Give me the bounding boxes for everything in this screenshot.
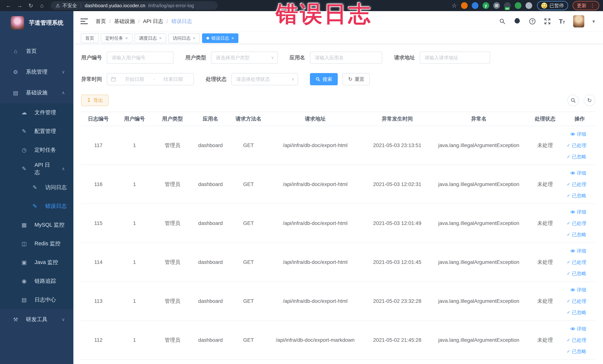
user-id-input[interactable] (107, 52, 174, 64)
request-url-label: 请求地址 (394, 54, 415, 61)
detail-link[interactable]: 详细 (570, 170, 586, 176)
extension-orange-icon[interactable] (461, 2, 468, 9)
breadcrumb-item[interactable]: 基础设施 (114, 18, 135, 25)
app-name-input[interactable] (310, 52, 382, 64)
sidebar-item-error-log[interactable]: ✎错误日志 (0, 197, 73, 215)
sidebar-item-system-management[interactable]: ⚙系统管理∨ (0, 61, 73, 82)
detail-link[interactable]: 详细 (570, 326, 586, 332)
forward-icon[interactable]: → (15, 1, 24, 10)
menu-fold-icon[interactable] (81, 19, 88, 24)
close-tab-icon[interactable]: × (231, 35, 234, 41)
extension-on-badge-icon[interactable]: on (504, 2, 511, 9)
extension-plant-icon[interactable] (515, 2, 522, 9)
mark-ignored-link[interactable]: ✓已忽略 (567, 309, 586, 316)
sidebar-item-scheduled-tasks[interactable]: ◷定时任务 (0, 141, 73, 159)
sidebar-item-mysql-monitor[interactable]: ▦MySQL 监控 (0, 215, 73, 234)
browser-update-button[interactable]: 更新 ⋮ (573, 1, 599, 10)
cell-log_id: 116 (81, 181, 116, 187)
mark-ignored-link[interactable]: ✓已忽略 (567, 192, 586, 199)
mark-processed-link[interactable]: ✓已处理 (567, 259, 586, 266)
sidebar-item-redis-monitor[interactable]: ◫Redis 监控 (0, 234, 73, 253)
detail-link[interactable]: 详细 (570, 209, 586, 215)
process-status-select[interactable] (231, 73, 298, 85)
reload-icon[interactable]: ↻ (26, 1, 35, 10)
cell-exception_name: java.lang.IllegalArgumentException (431, 298, 526, 304)
user-avatar[interactable] (573, 15, 584, 27)
sidebar-item-access-log[interactable]: ✎访问日志 (0, 178, 73, 197)
font-size-icon[interactable]: TT (559, 18, 565, 24)
cell-status: 未处理 (526, 337, 564, 344)
refresh-table-button[interactable]: ↻ (584, 94, 595, 106)
sidebar-item-trace[interactable]: ◉链路追踪 (0, 272, 73, 290)
mark-processed-link[interactable]: ✓已处理 (567, 337, 586, 343)
extension-puzzle-icon[interactable] (525, 2, 532, 9)
reset-button[interactable]: ↻ 重置 (343, 73, 370, 85)
mark-processed-link[interactable]: ✓已处理 (567, 181, 586, 188)
extension-shield-icon[interactable] (472, 2, 478, 9)
sidebar-item-log-center[interactable]: ▤日志中心 (0, 290, 73, 309)
breadcrumb: 首页/基础设施/API 日志/错误日志 (96, 18, 192, 25)
detail-link[interactable]: 详细 (570, 248, 586, 254)
paused-extension-badge[interactable]: 已暂停 (537, 1, 568, 10)
tab-schedule-log[interactable]: 调度日志× (135, 33, 166, 43)
tab-scheduled-tasks[interactable]: 定时任务× (101, 33, 132, 43)
close-tab-icon[interactable]: × (159, 35, 162, 41)
cell-user_id: 1 (116, 220, 153, 226)
sidebar-item-infrastructure[interactable]: ▤基础设施∧ (0, 82, 73, 103)
error-log-table: 日志编号用户编号用户类型应用名请求方法名请求地址异常发生时间异常名处理状态操作 … (81, 112, 595, 360)
cell-user_id: 1 (116, 298, 153, 304)
app-logo[interactable]: 芋道管理系统 (0, 11, 73, 35)
mark-ignored-link[interactable]: ✓已忽略 (567, 153, 586, 160)
cell-log_id: 117 (81, 142, 116, 148)
chevron-up-icon: ∧ (61, 90, 65, 95)
cell-request_url: /api/infra/db-doc/export-html (267, 259, 363, 265)
cell-request_url: /api/infra/db-doc/export-markdown (267, 337, 363, 343)
date-range-picker[interactable]: 开始日期 - 结束日期 (107, 73, 194, 85)
breadcrumb-item[interactable]: API 日志 (143, 18, 163, 25)
address-bar[interactable]: ⚠ 不安全 dashboard.yudao.iocoder.cn/infra/l… (51, 1, 218, 10)
sidebar-item-dev-tools[interactable]: ⚒研发工具∨ (0, 309, 73, 330)
mark-processed-link[interactable]: ✓已处理 (567, 142, 586, 149)
mark-processed-link[interactable]: ✓已处理 (567, 298, 586, 305)
calendar-icon (111, 77, 116, 82)
search-icon[interactable] (499, 18, 506, 24)
gear-icon: ⚙ (12, 69, 19, 75)
request-url-input[interactable] (420, 52, 490, 64)
close-tab-icon[interactable]: × (125, 35, 128, 41)
sidebar-item-api-log[interactable]: ✎API 日志∧ (0, 159, 73, 178)
home-icon[interactable]: ⌂ (37, 1, 47, 10)
user-type-select[interactable] (211, 52, 278, 64)
breadcrumb-item[interactable]: 首页 (96, 18, 106, 25)
detail-link[interactable]: 详细 (570, 131, 586, 137)
sidebar-item-config-management[interactable]: ✎配置管理 (0, 122, 73, 141)
close-tab-icon[interactable]: × (193, 35, 195, 41)
detail-link[interactable]: 详细 (570, 287, 586, 293)
extension-grid-icon[interactable]: ⊞ (493, 2, 500, 9)
tab-access-log[interactable]: 访问日志× (168, 33, 200, 43)
fullscreen-icon[interactable] (544, 18, 551, 25)
tab-error-log[interactable]: 错误日志× (202, 33, 238, 43)
edit-icon: ✎ (20, 128, 28, 134)
back-icon[interactable]: ← (4, 1, 13, 10)
sidebar-item-java-monitor[interactable]: ▣Java 监控 (0, 253, 73, 272)
cell-user_type: 管理员 (153, 259, 191, 266)
tab-home[interactable]: 首页 (81, 33, 99, 43)
mark-processed-link[interactable]: ✓已处理 (567, 220, 586, 227)
mysql-icon: ▦ (20, 222, 28, 228)
toggle-search-button[interactable] (568, 94, 579, 106)
sidebar-item-file-management[interactable]: ☁文件管理 (0, 103, 73, 122)
export-button[interactable]: ↧ 导出 (81, 94, 108, 106)
eye-icon (570, 287, 575, 292)
help-icon[interactable]: ? (529, 18, 536, 25)
chevron-down-icon[interactable]: ▾ (592, 19, 595, 24)
infra-icon: ▤ (12, 90, 19, 96)
kebab-menu-icon[interactable]: ⋮ (590, 3, 595, 9)
search-button[interactable]: 搜索 (310, 73, 338, 85)
extension-green-y-icon[interactable]: y (483, 2, 489, 9)
sidebar-item-home[interactable]: ⌂首页 (0, 41, 73, 61)
mark-ignored-link[interactable]: ✓已忽略 (567, 231, 586, 238)
mark-ignored-link[interactable]: ✓已忽略 (567, 348, 586, 355)
mark-ignored-link[interactable]: ✓已忽略 (567, 270, 586, 277)
github-icon[interactable] (514, 18, 521, 25)
bookmark-star-icon[interactable]: ☆ (452, 2, 457, 9)
